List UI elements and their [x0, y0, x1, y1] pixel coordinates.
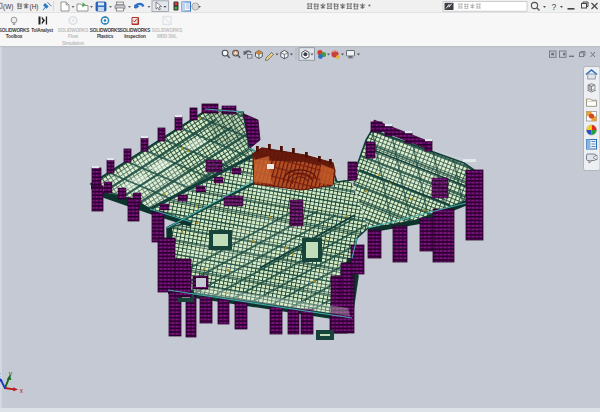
- svg-text:SOLIDWORKS: SOLIDWORKS: [58, 28, 88, 33]
- svg-text:SOLIDWORKS: SOLIDWORKS: [152, 28, 182, 33]
- svg-text:SOLIDWORKS: SOLIDWORKS: [90, 28, 120, 33]
- svg-text:Flow: Flow: [68, 34, 78, 39]
- svg-text:TolAnalyst: TolAnalyst: [31, 28, 53, 33]
- svg-text:?: ?: [552, 2, 557, 12]
- svg-text:(W): (W): [3, 3, 13, 11]
- svg-text:Toolbox: Toolbox: [6, 34, 23, 39]
- svg-text:Simulation: Simulation: [62, 41, 84, 46]
- svg-text:z: z: [0, 371, 1, 378]
- svg-text:(H): (H): [30, 3, 39, 11]
- svg-text:SOLIDWORKS: SOLIDWORKS: [120, 28, 150, 33]
- svg-text:MBD SNL: MBD SNL: [157, 34, 177, 39]
- svg-text:Inspection: Inspection: [124, 34, 146, 39]
- svg-text:Plastics: Plastics: [97, 34, 114, 39]
- svg-text:SOLIDWORKS: SOLIDWORKS: [0, 28, 29, 33]
- svg-text:*: *: [368, 3, 371, 10]
